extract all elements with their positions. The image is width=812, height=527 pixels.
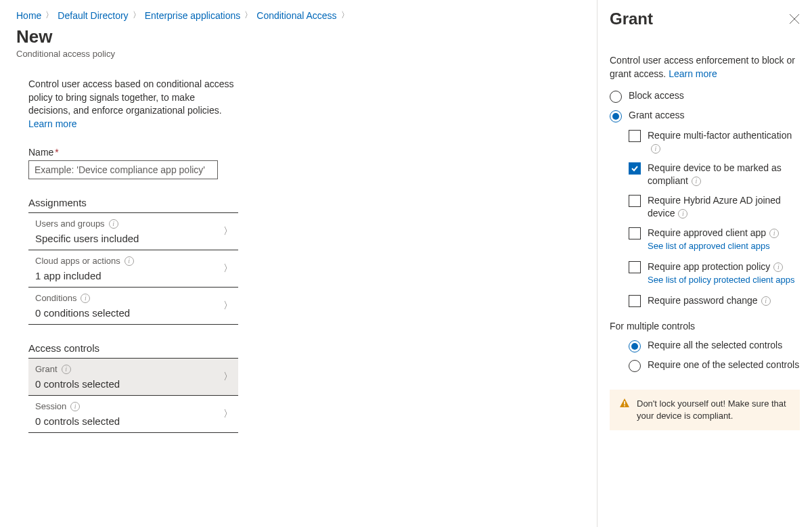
radio-block-access[interactable]: Block access (610, 90, 800, 103)
info-icon[interactable]: i (678, 209, 687, 219)
breadcrumb-home[interactable]: Home (16, 10, 41, 21)
check-require-compliant-device[interactable]: Require device to be marked as compliant… (629, 162, 800, 187)
page-subtitle: Conditional access policy (16, 49, 581, 59)
check-require-password-change[interactable]: Require password changei (629, 294, 800, 307)
radio-icon (610, 91, 622, 103)
chevron-right-icon: 〉 (133, 9, 141, 21)
info-icon[interactable]: i (692, 177, 701, 186)
svg-rect-4 (624, 405, 625, 407)
warning-message: Don't lock yourself out! Make sure that … (610, 390, 800, 430)
intro-text: Control user access based on conditional… (28, 78, 238, 131)
learn-more-link[interactable]: Learn more (28, 118, 77, 129)
multiple-controls-heading: For multiple controls (610, 321, 800, 331)
breadcrumb-enterprise-apps[interactable]: Enterprise applications (145, 10, 241, 21)
radio-icon (610, 110, 622, 122)
checkbox-icon (629, 130, 641, 142)
link-policy-protected-client-apps[interactable]: See list of policy protected client apps (648, 275, 800, 285)
chevron-right-icon: 〉 (223, 408, 233, 420)
radio-require-all-controls[interactable]: Require all the selected controls (629, 340, 800, 352)
info-icon[interactable]: i (773, 262, 783, 272)
link-approved-client-apps[interactable]: See list of approved client apps (648, 241, 800, 251)
page-title: New (16, 26, 581, 47)
chevron-right-icon: 〉 (223, 262, 233, 275)
row-users-and-groups[interactable]: Users and groups i Specific users includ… (28, 213, 238, 250)
svg-rect-3 (624, 401, 625, 405)
chevron-right-icon: 〉 (223, 300, 233, 312)
checkbox-icon (629, 227, 641, 239)
name-field-label: Name* (28, 147, 238, 158)
warning-icon (619, 398, 630, 409)
chevron-right-icon: 〉 (223, 371, 233, 383)
grant-panel: Grant Control user access enforcement to… (597, 0, 812, 527)
panel-title: Grant (610, 9, 653, 28)
info-icon[interactable]: i (125, 256, 134, 266)
info-icon[interactable]: i (761, 296, 771, 306)
breadcrumb: Home 〉 Default Directory 〉 Enterprise ap… (16, 9, 581, 21)
breadcrumb-conditional-access[interactable]: Conditional Access (256, 10, 336, 21)
checkbox-icon (629, 162, 641, 175)
chevron-right-icon: 〉 (223, 225, 233, 237)
breadcrumb-directory[interactable]: Default Directory (58, 10, 128, 21)
name-input[interactable] (28, 160, 218, 179)
chevron-right-icon: 〉 (244, 9, 252, 21)
info-icon[interactable]: i (70, 402, 80, 411)
panel-description: Control user access enforcement to block… (610, 54, 800, 81)
radio-icon (629, 340, 641, 352)
chevron-right-icon: 〉 (45, 9, 53, 21)
main-content: Home 〉 Default Directory 〉 Enterprise ap… (0, 0, 597, 527)
row-cloud-apps[interactable]: Cloud apps or actions i 1 app included 〉 (28, 250, 238, 288)
row-conditions[interactable]: Conditions i 0 conditions selected 〉 (28, 288, 238, 325)
close-icon[interactable] (789, 14, 800, 24)
checkbox-icon (629, 295, 641, 307)
info-icon[interactable]: i (81, 294, 90, 303)
chevron-right-icon: 〉 (341, 9, 349, 21)
check-require-approved-client-app[interactable]: Require approved client appi (629, 227, 800, 239)
checkbox-icon (629, 261, 641, 273)
radio-require-one-control[interactable]: Require one of the selected controls (629, 359, 800, 372)
check-require-app-protection-policy[interactable]: Require app protection policyi (629, 260, 800, 273)
check-require-hybrid-azure-ad[interactable]: Require Hybrid Azure AD joined devicei (629, 194, 800, 220)
row-grant[interactable]: Grant i 0 controls selected 〉 (28, 359, 238, 396)
check-require-mfa[interactable]: Require multi-factor authenticationi (629, 129, 800, 155)
row-session[interactable]: Session i 0 controls selected 〉 (28, 396, 238, 433)
checkbox-icon (629, 195, 641, 207)
access-controls-heading: Access controls (28, 342, 238, 359)
info-icon[interactable]: i (769, 229, 779, 238)
assignments-heading: Assignments (28, 197, 238, 213)
info-icon[interactable]: i (62, 365, 71, 374)
info-icon[interactable]: i (651, 144, 660, 154)
info-icon[interactable]: i (109, 219, 118, 229)
radio-grant-access[interactable]: Grant access (610, 110, 800, 122)
radio-icon (629, 360, 641, 372)
panel-learn-more-link[interactable]: Learn more (669, 68, 717, 79)
